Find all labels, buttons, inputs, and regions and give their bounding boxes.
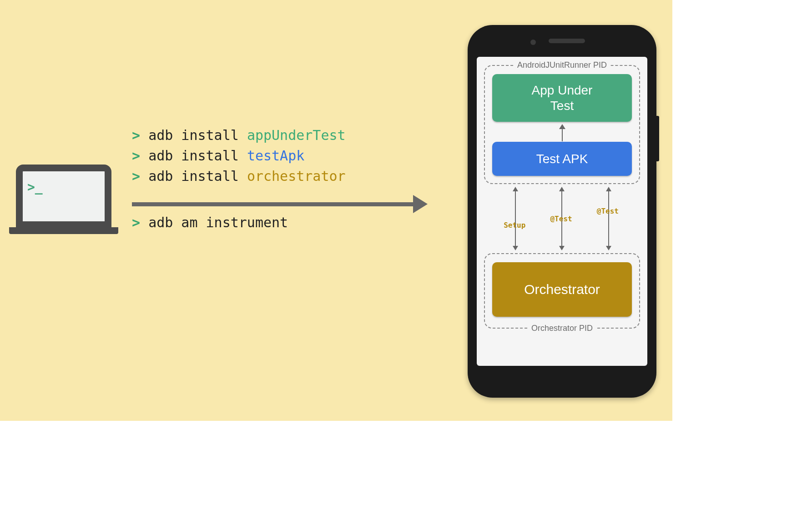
command-line-3: > adb install orchestrator: [132, 166, 423, 186]
test-label-1: @Test: [550, 215, 572, 223]
prompt: >: [132, 127, 140, 143]
command: adb install: [148, 127, 239, 143]
orchestrator-process-box: Orchestrator Orchestrator PID: [484, 253, 640, 329]
app-under-test-label: App Under Test: [526, 83, 599, 113]
command: adb install: [148, 148, 239, 164]
interaction-arrows: Setup @Test @Test: [484, 187, 640, 250]
orchestrator-pid-label: Orchestrator PID: [528, 324, 596, 333]
command-arg: orchestrator: [247, 168, 346, 184]
phone-camera-icon: [530, 40, 536, 45]
command-line-4: > adb am instrument: [132, 215, 288, 230]
phone-speaker-icon: [549, 39, 585, 43]
command-arg: testApk: [247, 148, 304, 164]
laptop-prompt-text: >_: [27, 180, 43, 195]
diagram-canvas: >_ > adb install appUnderTest > adb inst…: [0, 0, 672, 421]
flow-arrow-icon: [132, 199, 428, 210]
phone-side-button-icon: [656, 116, 659, 161]
phone-icon: AndroidJUnitRunner PID App Under Test Te…: [468, 25, 656, 398]
prompt: >: [132, 215, 140, 230]
command: adb am instrument: [148, 215, 288, 230]
laptop-screen: >_: [16, 165, 111, 228]
test-arrow-1-icon: @Test: [544, 187, 580, 250]
test-arrow-2-icon: @Test: [590, 187, 627, 250]
prompt: >: [132, 148, 140, 164]
test-label-2: @Test: [597, 207, 619, 215]
command-block: > adb install appUnderTest > adb install…: [132, 125, 423, 186]
junit-runner-process-box: AndroidJUnitRunner PID App Under Test Te…: [484, 65, 640, 184]
orchestrator-label: Orchestrator: [524, 282, 600, 297]
test-apk-chip: Test APK: [492, 142, 632, 176]
laptop-icon: >_: [9, 165, 118, 249]
test-apk-label: Test APK: [536, 152, 588, 166]
setup-arrow-icon: Setup: [497, 187, 534, 250]
prompt: >: [132, 168, 140, 184]
command-line-2: > adb install testApk: [132, 145, 423, 166]
setup-label: Setup: [504, 221, 525, 230]
junit-runner-pid-label: AndroidJUnitRunner PID: [514, 60, 610, 70]
command-line-1: > adb install appUnderTest: [132, 125, 423, 145]
arrow-up-icon: [558, 124, 567, 141]
command-arg: appUnderTest: [247, 127, 346, 143]
laptop-base: [9, 227, 118, 234]
app-under-test-chip: App Under Test: [492, 74, 632, 122]
phone-screen: AndroidJUnitRunner PID App Under Test Te…: [477, 57, 647, 366]
command: adb install: [148, 168, 239, 184]
orchestrator-chip: Orchestrator: [492, 262, 632, 317]
